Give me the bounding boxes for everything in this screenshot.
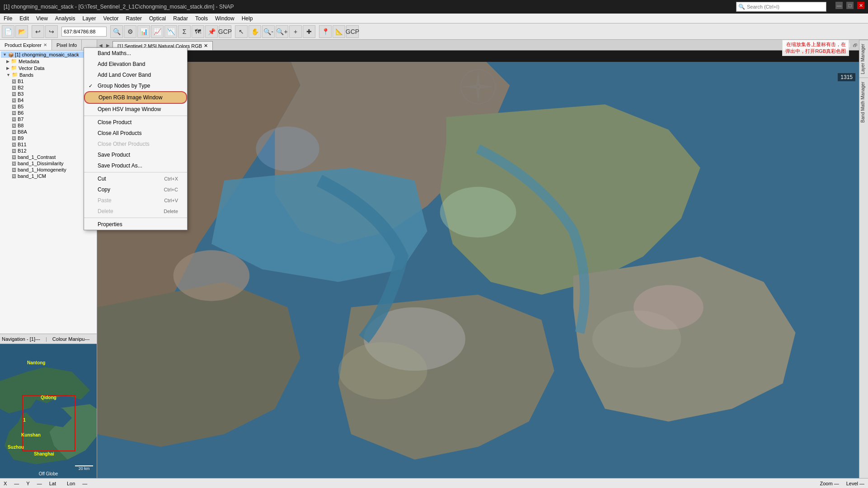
tree-band-b5[interactable]: 🖼 B5 xyxy=(1,103,96,110)
tb-hand[interactable]: ✋ xyxy=(249,25,261,38)
menu-edit[interactable]: Edit xyxy=(16,14,33,23)
tree-band-b1[interactable]: 🖼 B1 xyxy=(1,78,96,84)
tab-rgb-close-icon[interactable]: ✕ xyxy=(204,43,208,49)
tree-band-b4[interactable]: 🖼 B4 xyxy=(1,97,96,103)
ctx-band-maths[interactable]: Band Maths... xyxy=(84,48,187,59)
tree-band-b11[interactable]: 🖼 B11 xyxy=(1,141,96,148)
ctx-close-product[interactable]: Close Product xyxy=(84,117,187,128)
open-button[interactable]: 📂 xyxy=(15,25,28,38)
coord-display[interactable] xyxy=(61,27,107,37)
tree-bands-folder[interactable]: ▼ 📁 Bands xyxy=(1,71,96,78)
redo-button[interactable]: ↪ xyxy=(45,25,58,38)
menu-vector[interactable]: Vector xyxy=(100,14,122,23)
menu-view[interactable]: View xyxy=(33,14,52,23)
tree-root-label: [1] chongming_mosaic_stack xyxy=(15,52,79,57)
ctx-add-elevation-label: Add Elevation Band xyxy=(98,61,145,67)
tree-band-b9[interactable]: 🖼 B9 xyxy=(1,135,96,141)
ctx-save-product[interactable]: Save Product xyxy=(84,149,187,160)
minimize-button[interactable]: — xyxy=(835,2,843,9)
right-content: 在缩放集各上显标有击，在 弹出中，打开RGB真彩色图 ◀ ▶ [1] Senti… xyxy=(97,40,859,478)
tree-contrast-label: band_1_Contrast xyxy=(18,154,56,160)
tree-band-contrast[interactable]: 🖼 band_1_Contrast xyxy=(1,154,96,160)
tb-zoom-out[interactable]: 🔍- xyxy=(262,25,275,38)
ctx-group-nodes[interactable]: ✓ Group Nodes by Type xyxy=(84,80,187,91)
tb-plus[interactable]: + xyxy=(289,25,302,38)
status-y-sep: — xyxy=(37,481,42,486)
tb-pin[interactable]: 📍 xyxy=(319,25,332,38)
tb-range[interactable]: 📐 xyxy=(333,25,345,38)
menu-optical[interactable]: Optical xyxy=(145,14,169,23)
tab-product-explorer-close[interactable]: ✕ xyxy=(43,42,47,47)
tree-band-b6[interactable]: 🖼 B6 xyxy=(1,110,96,116)
label-suzhou: Suzhou xyxy=(8,445,24,450)
tab-pixel-info[interactable]: Pixel Info xyxy=(52,40,82,50)
menu-layer[interactable]: Layer xyxy=(79,14,100,23)
tb-tool4[interactable]: 📈 xyxy=(151,25,164,38)
tb-cross[interactable]: ✚ xyxy=(303,25,315,38)
colour-manip-label: Colour Manipu--- xyxy=(52,336,90,342)
tb-tool1[interactable]: 🔍 xyxy=(110,25,123,38)
sidebar-band-math[interactable]: Band Math Manager xyxy=(859,78,868,126)
menu-analysis[interactable]: Analysis xyxy=(52,14,79,23)
tab-restore-icon[interactable]: 🗗 xyxy=(852,40,859,50)
scale-bar: 20 km xyxy=(75,465,93,471)
undo-button[interactable]: ↩ xyxy=(32,25,44,38)
search-input[interactable] xyxy=(747,4,815,9)
menu-help[interactable]: Help xyxy=(238,14,257,23)
ctx-open-hsv-window[interactable]: Open HSV Image Window xyxy=(84,104,187,115)
tb-zoom-in[interactable]: 🔍+ xyxy=(276,25,288,38)
ctx-add-land-cover-band[interactable]: Add Land Cover Band xyxy=(84,70,187,80)
svg-marker-24 xyxy=(476,71,480,87)
new-button[interactable]: 📄 xyxy=(2,25,14,38)
ctx-properties[interactable]: Properties xyxy=(84,219,187,230)
tree-b4-label: B4 xyxy=(18,98,23,103)
ctx-close-all-products[interactable]: Close All Products xyxy=(84,128,187,139)
tree-band-homogeneity[interactable]: 🖼 band_1_Homogeneity xyxy=(1,167,96,173)
tree-band-b7[interactable]: 🖼 B7 xyxy=(1,116,96,122)
b9-icon: 🖼 xyxy=(12,136,16,141)
tb-tool7[interactable]: 🗺 xyxy=(192,25,204,38)
metadata-folder-icon: 📁 xyxy=(11,58,17,64)
chinese-banner: 在缩放集各上显标有击，在 弹出中，打开RGB真彩色图 xyxy=(782,40,849,56)
b1-icon: 🖼 xyxy=(12,79,16,84)
left-panel: Product Explorer ✕ Pixel Info ▼ 📦 [1] ch… xyxy=(0,40,97,478)
tree-band-b2[interactable]: 🖼 B2 xyxy=(1,84,96,91)
ctx-open-rgb-window[interactable]: Open RGB Image Window xyxy=(84,91,187,104)
tb-tool5[interactable]: 📉 xyxy=(164,25,177,38)
menu-file[interactable]: File xyxy=(0,14,16,23)
maximize-button[interactable]: □ xyxy=(846,2,854,9)
tree-metadata[interactable]: ▶ 📁 Metadata xyxy=(1,58,96,65)
tree-band-b8[interactable]: 🖼 B8 xyxy=(1,122,96,129)
image-area[interactable]: 1315 xyxy=(97,51,859,478)
tree-band-b3[interactable]: 🖼 B3 xyxy=(1,91,96,97)
tb-tool6[interactable]: Σ xyxy=(178,25,191,38)
tb-tool9[interactable]: GCP xyxy=(219,25,231,38)
menu-window[interactable]: Window xyxy=(211,14,238,23)
b8a-icon: 🖼 xyxy=(12,130,16,135)
status-y-label: Y xyxy=(26,481,29,486)
ctx-close-all-label: Close All Products xyxy=(98,130,141,136)
tree-band-b8a[interactable]: 🖼 B8A xyxy=(1,129,96,135)
tb-tool3[interactable]: 📊 xyxy=(137,25,150,38)
tree-band-b12[interactable]: 🖼 B12 xyxy=(1,148,96,154)
tb-gcp2[interactable]: GCP xyxy=(346,25,359,38)
tree-vector-data[interactable]: ▶ 📁 Vector Data xyxy=(1,65,96,71)
ctx-save-product-as[interactable]: Save Product As... xyxy=(84,160,187,171)
tb-tool8[interactable]: 📌 xyxy=(205,25,218,38)
svg-marker-27 xyxy=(478,84,494,89)
tree-band-dissimilarity[interactable]: 🖼 band_1_Dissimilarity xyxy=(1,160,96,167)
ctx-cut[interactable]: Cut Ctrl+X xyxy=(84,173,187,184)
tree-root[interactable]: ▼ 📦 [1] chongming_mosaic_stack xyxy=(1,51,96,58)
tb-tool2[interactable]: ⚙ xyxy=(124,25,136,38)
menu-raster[interactable]: Raster xyxy=(122,14,145,23)
tab-product-explorer[interactable]: Product Explorer ✕ xyxy=(0,40,52,50)
close-button[interactable]: ✕ xyxy=(857,2,864,9)
toolbar: 📄 📂 ↩ ↪ 🔍 ⚙ 📊 📈 📉 Σ 🗺 📌 GCP ↖ ✋ 🔍- 🔍+ + … xyxy=(0,23,868,40)
tree-band-icm[interactable]: 🖼 band_1_ICM xyxy=(1,173,96,179)
ctx-add-elevation-band[interactable]: Add Elevation Band xyxy=(84,59,187,70)
tb-select[interactable]: ↖ xyxy=(235,25,248,38)
menu-tools[interactable]: Tools xyxy=(192,14,211,23)
ctx-copy[interactable]: Copy Ctrl+C xyxy=(84,184,187,195)
sidebar-layer-manager[interactable]: Layer Manager xyxy=(859,40,868,78)
menu-radar[interactable]: Radar xyxy=(169,14,192,23)
